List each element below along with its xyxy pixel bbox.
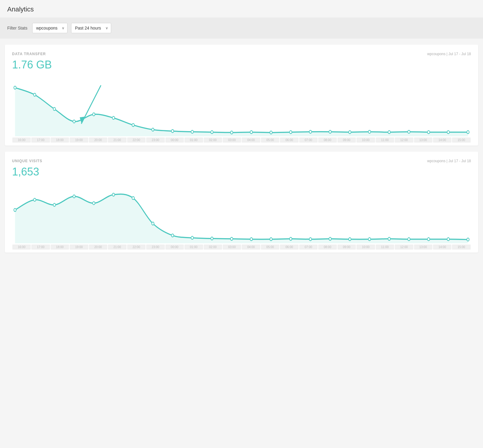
svg-point-7 (152, 128, 154, 131)
svg-point-35 (191, 236, 193, 239)
svg-point-47 (428, 238, 430, 241)
svg-point-20 (408, 130, 410, 133)
chart-header-unique-visits: UNIQUE VISITSwpcoupons | Jul 17 - Jul 18 (12, 159, 471, 163)
filter-bar: Filter Stats wpcoupons Past 24 hours Pas… (0, 17, 483, 39)
svg-point-39 (270, 238, 272, 241)
svg-point-31 (112, 193, 115, 196)
time-label: 12:00 (395, 245, 413, 250)
svg-point-37 (231, 237, 233, 240)
svg-point-16 (329, 130, 331, 133)
svg-point-49 (467, 238, 469, 241)
svg-point-5 (112, 116, 115, 119)
time-label: 04:00 (242, 245, 260, 250)
time-label: 20:00 (89, 137, 107, 143)
time-label: 08:00 (318, 137, 337, 143)
time-label: 13:00 (414, 245, 432, 250)
site-select[interactable]: wpcoupons (32, 23, 67, 33)
svg-point-4 (93, 113, 95, 116)
time-label: 01:00 (184, 137, 203, 143)
svg-point-40 (290, 237, 292, 240)
chart-svg-container-data-transfer (12, 76, 471, 136)
time-label: 05:00 (261, 245, 279, 250)
svg-point-43 (349, 238, 351, 241)
charts-container: DATA TRANSFERwpcoupons | Jul 17 - Jul 18… (0, 39, 483, 259)
time-label: 00:00 (165, 137, 184, 143)
chart-svg-unique-visits (12, 183, 471, 243)
time-label: 10:00 (356, 137, 375, 143)
time-label: 19:00 (70, 137, 88, 143)
time-label: 09:00 (337, 245, 356, 250)
time-label: 10:00 (356, 245, 375, 250)
svg-point-21 (428, 131, 430, 134)
time-labels-unique-visits: 16:0017:0018:0019:0020:0021:0022:0023:00… (12, 245, 471, 253)
time-label: 14:00 (433, 137, 451, 143)
chart-title-data-transfer: DATA TRANSFER (12, 52, 46, 56)
time-label: 06:00 (280, 137, 298, 143)
svg-point-48 (447, 238, 450, 241)
svg-point-26 (14, 208, 16, 211)
svg-point-2 (53, 108, 56, 111)
time-label: 11:00 (376, 245, 394, 250)
chart-header-data-transfer: DATA TRANSFERwpcoupons | Jul 17 - Jul 18 (12, 52, 471, 56)
time-label: 02:00 (204, 245, 222, 250)
svg-point-12 (250, 131, 252, 134)
chart-value-data-transfer: 1.76 GB (12, 58, 471, 71)
svg-point-36 (211, 237, 213, 240)
time-label: 00:00 (165, 245, 184, 250)
filter-label: Filter Stats (7, 26, 27, 30)
period-select-wrapper: Past 24 hours Past 7 days Past 30 days (71, 23, 111, 33)
svg-point-19 (388, 131, 390, 134)
time-label: 21:00 (108, 137, 126, 143)
time-label: 16:00 (12, 245, 31, 250)
svg-point-38 (250, 238, 252, 241)
time-label: 18:00 (51, 137, 69, 143)
svg-point-1 (33, 93, 36, 96)
time-label: 12:00 (395, 137, 413, 143)
time-label: 01:00 (184, 245, 203, 250)
time-label: 04:00 (242, 137, 260, 143)
period-select[interactable]: Past 24 hours Past 7 days Past 30 days (71, 23, 111, 33)
svg-point-32 (132, 197, 134, 200)
time-label: 15:00 (452, 245, 470, 250)
time-label: 07:00 (299, 245, 318, 250)
chart-card-unique-visits: UNIQUE VISITSwpcoupons | Jul 17 - Jul 18… (5, 152, 478, 253)
time-label: 11:00 (376, 137, 394, 143)
time-label: 22:00 (127, 245, 146, 250)
svg-point-44 (368, 238, 371, 241)
svg-point-42 (329, 237, 331, 240)
time-label: 23:00 (146, 137, 165, 143)
chart-svg-container-unique-visits (12, 183, 471, 243)
chart-meta-unique-visits: wpcoupons | Jul 17 - Jul 18 (427, 159, 471, 163)
svg-point-34 (171, 234, 174, 237)
time-label: 16:00 (12, 137, 31, 143)
svg-point-10 (211, 131, 213, 134)
time-label: 23:00 (146, 245, 165, 250)
time-label: 17:00 (31, 245, 50, 250)
time-label: 14:00 (433, 245, 451, 250)
svg-point-6 (132, 124, 134, 127)
svg-point-41 (309, 238, 312, 241)
time-label: 03:00 (223, 245, 241, 250)
chart-card-data-transfer: DATA TRANSFERwpcoupons | Jul 17 - Jul 18… (5, 45, 478, 146)
time-label: 05:00 (261, 137, 279, 143)
svg-point-29 (73, 195, 75, 198)
svg-point-15 (309, 130, 312, 133)
svg-point-9 (191, 130, 193, 133)
site-select-wrapper: wpcoupons (32, 23, 67, 33)
svg-point-13 (270, 131, 272, 134)
chart-title-unique-visits: UNIQUE VISITS (12, 159, 42, 163)
time-label: 03:00 (223, 137, 241, 143)
time-label: 02:00 (204, 137, 222, 143)
svg-point-28 (53, 203, 56, 207)
time-label: 22:00 (127, 137, 146, 143)
svg-point-11 (231, 131, 233, 134)
svg-point-27 (33, 198, 36, 201)
chart-value-unique-visits: 1,653 (12, 166, 471, 178)
svg-point-3 (73, 120, 75, 123)
time-label: 13:00 (414, 137, 432, 143)
time-label: 15:00 (452, 137, 470, 143)
time-label: 17:00 (31, 137, 50, 143)
svg-point-8 (171, 130, 174, 133)
time-label: 08:00 (318, 245, 337, 250)
svg-point-46 (408, 238, 410, 241)
